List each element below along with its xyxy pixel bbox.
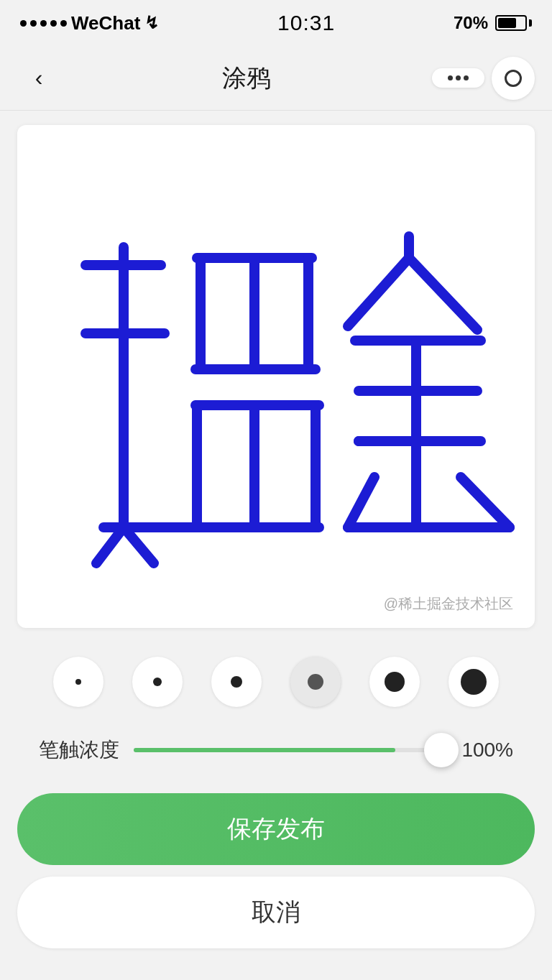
brush-dot-xxl (461, 669, 487, 695)
watermark: @稀土掘金技术社区 (384, 594, 513, 614)
brush-dot-xs (75, 679, 81, 685)
signal-dot-3 (40, 20, 47, 27)
battery-fill (498, 18, 516, 28)
btn-area: 保存发布 取消 (17, 793, 535, 948)
signal-dots (20, 20, 67, 27)
brush-selector (17, 642, 535, 721)
status-time: 10:31 (277, 11, 335, 35)
brush-xl[interactable] (369, 657, 420, 707)
brush-dot-xl (385, 672, 405, 692)
signal-dot-1 (20, 20, 27, 27)
nav-title: 涂鸦 (222, 62, 271, 95)
canvas-svg (17, 125, 535, 628)
wifi-icon: ↯ (144, 13, 159, 33)
svg-line-2 (96, 527, 124, 563)
cancel-button[interactable]: 取消 (17, 877, 535, 948)
nav-bar: ‹ 涂鸦 (0, 46, 552, 111)
status-bar: WeChat ↯ 10:31 70% (0, 0, 552, 46)
svg-line-3 (124, 527, 154, 563)
brush-sm[interactable] (132, 657, 183, 707)
signal-dot-4 (50, 20, 57, 27)
slider-thumb[interactable] (424, 733, 459, 767)
drawing-canvas[interactable]: @稀土掘金技术社区 (17, 125, 535, 628)
more-dot-2 (456, 75, 461, 80)
brush-xxl[interactable] (448, 657, 499, 707)
brush-dot-sm (153, 678, 162, 686)
more-button[interactable] (432, 68, 484, 88)
more-dot-1 (448, 75, 453, 80)
publish-button[interactable]: 保存发布 (17, 793, 535, 865)
slider-track-container[interactable] (134, 729, 441, 772)
battery-tip (529, 19, 532, 27)
svg-line-25 (348, 477, 374, 527)
brush-xs[interactable] (53, 657, 104, 707)
signal-dot-2 (30, 20, 37, 27)
slider-fill (134, 748, 395, 752)
battery-percent: 70% (454, 13, 488, 33)
svg-line-26 (461, 477, 510, 527)
record-icon (505, 70, 522, 87)
brush-md[interactable] (211, 657, 262, 707)
slider-label: 笔触浓度 (39, 736, 119, 764)
signal-dot-5 (60, 20, 67, 27)
slider-track (134, 748, 441, 752)
battery-icon (495, 15, 532, 31)
carrier-label: WeChat (71, 12, 140, 34)
brush-dot-md (231, 676, 242, 688)
record-button[interactable] (492, 57, 535, 100)
svg-line-16 (348, 258, 409, 326)
battery-body (495, 15, 527, 31)
back-button[interactable]: ‹ (17, 57, 60, 100)
slider-value: 100% (456, 739, 513, 762)
status-left: WeChat ↯ (20, 12, 159, 34)
status-right: 70% (454, 13, 532, 33)
svg-line-17 (409, 258, 477, 330)
brush-dot-lg (308, 674, 323, 690)
slider-section: 笔触浓度 100% (17, 721, 535, 779)
nav-right (432, 57, 535, 100)
more-dot-3 (464, 75, 469, 80)
brush-lg[interactable] (290, 657, 341, 707)
